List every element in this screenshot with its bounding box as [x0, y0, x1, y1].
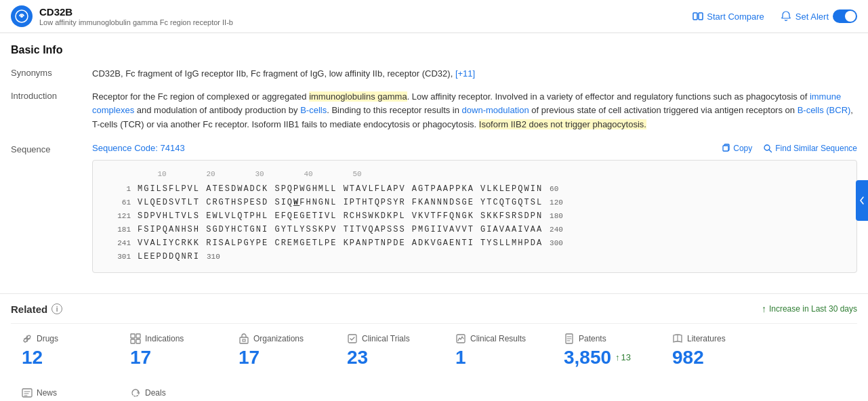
- seq-line-61: 61 VLQEDSVTLT CRGTHSPESD SIQWFHNGNL IPTH…: [104, 196, 846, 209]
- stat-patents[interactable]: Patents 3,850 ↑ 13: [553, 324, 661, 378]
- stat-news[interactable]: News 10: [11, 378, 119, 401]
- alert-toggle[interactable]: [833, 9, 857, 23]
- stat-indications[interactable]: Indications 17: [119, 324, 228, 378]
- related-info-icon[interactable]: i: [51, 303, 62, 314]
- clinical-trials-icon: [347, 333, 358, 344]
- introduction-row: Introduction Receptor for the Fc region …: [11, 90, 857, 132]
- synonyms-more-link[interactable]: [+11]: [455, 68, 475, 79]
- related-header: Related i ↑ Increase in Last 30 days: [11, 303, 857, 315]
- svg-rect-12: [243, 339, 245, 341]
- highlight-immunoglobulins: immunoglobulins gamma: [309, 91, 407, 102]
- basic-info-title: Basic Info: [11, 44, 857, 56]
- stat-news-category: News: [22, 387, 108, 398]
- svg-rect-4: [723, 146, 728, 151]
- header-title-group: CD32B Low affinity immunoglobulin gamma …: [39, 6, 233, 26]
- deals-icon: [130, 387, 141, 398]
- stat-clinical-trials-category: Clinical Trials: [347, 333, 434, 344]
- svg-rect-7: [131, 334, 135, 338]
- stat-drugs-category: Drugs: [22, 333, 108, 344]
- stat-clinical-results-category: Clinical Results: [455, 333, 542, 344]
- stat-literatures[interactable]: Literatures 982: [661, 324, 770, 378]
- basic-info-section: Basic Info Synonyms CD32B, Fc fragment o…: [0, 33, 868, 294]
- sequence-header: Sequence Code: 74143 Copy: [92, 142, 857, 155]
- introduction-label: Introduction: [11, 90, 92, 132]
- stats-grid: Drugs 12 Indications 17: [11, 323, 857, 401]
- sequence-content: Sequence Code: 74143 Copy: [92, 142, 857, 273]
- header-left: CD32B Low affinity immunoglobulin gamma …: [11, 5, 233, 27]
- seq-line-1: 1 MGILSFLPVL ATESDWADCK SPQPWGHMLL WTAVL…: [104, 183, 846, 195]
- literatures-icon: [672, 333, 683, 344]
- synonyms-label: Synonyms: [11, 67, 92, 81]
- trend-arrow-small: ↑: [615, 352, 620, 362]
- find-similar-icon: [763, 144, 772, 153]
- organizations-icon: [239, 333, 249, 344]
- seq-line-181: 181 FSIPQANHSH SGDYHCTGNI GYTLYSSKPV TIT…: [104, 224, 846, 236]
- patents-trend: ↑ 13: [615, 352, 631, 362]
- copy-button[interactable]: Copy: [721, 144, 752, 153]
- stat-patents-count: 3,850 ↑ 13: [564, 347, 650, 368]
- header-right: Start Compare Set Alert: [687, 8, 857, 24]
- drugs-icon: [22, 333, 33, 344]
- svg-rect-8: [136, 334, 140, 338]
- sequence-actions: Copy Find Similar Sequence: [721, 144, 857, 153]
- stat-literatures-count: 982: [672, 347, 759, 368]
- related-title: Related i: [11, 303, 62, 315]
- seq-line-241: 241 VVALIYCRKK RISALPGYPE CREMGETLPE KPA…: [104, 237, 846, 249]
- patents-icon: [564, 333, 575, 344]
- sequence-code-value: 74143: [160, 143, 184, 153]
- compare-icon: [693, 11, 703, 22]
- stat-drugs[interactable]: Drugs 12: [11, 324, 119, 378]
- stat-organizations-count: 17: [239, 347, 325, 368]
- trend-up-arrow: ↑: [762, 303, 766, 314]
- sequence-row: Sequence Sequence Code: 74143 Copy: [11, 142, 857, 273]
- trend-label: ↑ Increase in Last 30 days: [762, 303, 857, 314]
- stat-clinical-trials[interactable]: Clinical Trials 23: [336, 324, 445, 378]
- synonyms-value: CD32B, Fc fragment of IgG receptor IIb, …: [92, 67, 857, 81]
- sequence-box: 10 20 30 40 50 1 MGILSFLPVL ATESDWADCK S…: [92, 160, 857, 273]
- stat-deals-category: Deals: [130, 387, 217, 398]
- right-sidebar-tab[interactable]: [856, 180, 868, 221]
- svg-rect-13: [348, 335, 356, 343]
- set-alert-wrapper: Set Alert: [781, 9, 857, 23]
- stat-literatures-category: Literatures: [672, 333, 759, 344]
- find-similar-label: Find Similar Sequence: [775, 144, 857, 153]
- highlight-isoform: Isoform IIB2 does not trigger phagocytos…: [479, 119, 646, 129]
- svg-rect-11: [240, 337, 248, 343]
- stat-clinical-results-count: 1: [455, 347, 542, 368]
- bell-icon: [781, 11, 791, 22]
- svg-rect-10: [136, 339, 140, 343]
- set-alert-label: Set Alert: [795, 12, 829, 22]
- synonyms-row: Synonyms CD32B, Fc fragment of IgG recep…: [11, 67, 857, 81]
- stat-patents-category: Patents: [564, 333, 650, 344]
- stat-organizations[interactable]: Organizations 17: [228, 324, 336, 378]
- sequence-code-label: Sequence Code:: [92, 143, 158, 153]
- seq-line-301: 301 LEEPDDQNRI 310: [104, 251, 846, 263]
- start-compare-button[interactable]: Start Compare: [687, 8, 770, 24]
- sequence-code-wrapper: Sequence Code: 74143: [92, 142, 185, 155]
- sequence-label: Sequence: [11, 142, 92, 273]
- svg-rect-9: [131, 339, 135, 343]
- stat-clinical-trials-count: 23: [347, 347, 434, 368]
- copy-icon: [721, 144, 730, 153]
- highlight-bcells1: B-cells: [300, 105, 327, 115]
- stat-indications-count: 17: [130, 347, 217, 368]
- app-logo: [11, 5, 33, 27]
- copy-label: Copy: [733, 144, 752, 153]
- svg-rect-2: [693, 13, 697, 20]
- svg-point-1: [20, 15, 23, 18]
- related-section: Related i ↑ Increase in Last 30 days Dru…: [0, 294, 868, 401]
- highlight-downmod: down-modulation: [462, 105, 529, 115]
- introduction-text: Receptor for the Fc region of complexed …: [92, 90, 857, 132]
- indications-icon: [130, 333, 141, 344]
- sequence-ruler: 10 20 30 40 50: [104, 169, 846, 180]
- entity-title: CD32B: [39, 6, 233, 18]
- stat-indications-category: Indications: [130, 333, 217, 344]
- stat-deals[interactable]: Deals 5: [119, 378, 228, 401]
- app-header: CD32B Low affinity immunoglobulin gamma …: [0, 0, 868, 33]
- clinical-results-icon: [455, 333, 466, 344]
- stat-drugs-count: 12: [22, 347, 108, 368]
- stat-clinical-results[interactable]: Clinical Results 1: [445, 324, 553, 378]
- find-similar-button[interactable]: Find Similar Sequence: [763, 144, 857, 153]
- stat-organizations-category: Organizations: [239, 333, 325, 344]
- seq-line-121: 121 SDPVHLTVLS EWLVLQTPHL EFQEGETIVL RCH…: [104, 210, 846, 222]
